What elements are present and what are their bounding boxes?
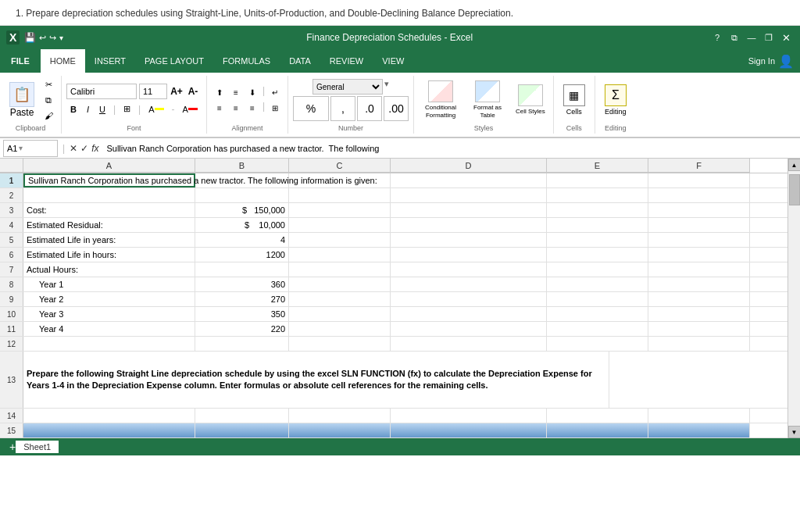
cell-styles-button[interactable]: Cell Styles [512, 83, 548, 117]
cut-button[interactable]: ✂ [41, 77, 56, 91]
tab-formulas[interactable]: FORMULAS [213, 49, 280, 73]
minimize-button[interactable]: — [744, 30, 759, 45]
confirm-icon[interactable]: ✓ [80, 143, 88, 154]
cells-button[interactable]: ▦ Cells [559, 83, 590, 117]
conditional-formatting-button[interactable]: Conditional Formatting [419, 79, 462, 120]
increase-decimal-button[interactable]: .0 [357, 96, 382, 121]
cell-d12[interactable] [391, 337, 547, 351]
cell-f3[interactable] [648, 203, 750, 217]
cell-b8[interactable]: 360 [195, 277, 289, 291]
cell-b15[interactable] [195, 423, 289, 437]
cell-d10[interactable] [391, 307, 547, 321]
top-align-button[interactable]: ⬆ [212, 85, 227, 99]
cell-c11[interactable] [289, 322, 391, 336]
cell-b2[interactable] [195, 188, 289, 202]
cell-e2[interactable] [547, 188, 648, 202]
col-header-c[interactable]: C [289, 159, 391, 173]
cell-c9[interactable] [289, 292, 391, 306]
cell-a13[interactable]: Prepare the following Straight Line depr… [23, 352, 609, 408]
cell-f9[interactable] [648, 292, 750, 306]
cell-d15[interactable] [391, 423, 547, 437]
cell-c6[interactable] [289, 248, 391, 262]
cell-a12[interactable] [23, 337, 195, 351]
cell-d9[interactable] [391, 292, 547, 306]
cell-b3[interactable]: $ 150,000 [195, 203, 289, 217]
tab-view[interactable]: VIEW [373, 49, 413, 73]
cell-d2[interactable] [391, 188, 547, 202]
cell-e7[interactable] [547, 262, 648, 277]
decrease-decimal-button[interactable]: .00 [384, 96, 409, 121]
cell-b12[interactable] [195, 337, 289, 351]
cell-e12[interactable] [547, 337, 648, 351]
cell-f5[interactable] [648, 233, 750, 247]
cell-e4[interactable] [547, 218, 648, 232]
cell-a14[interactable] [23, 409, 195, 423]
font-color-button[interactable]: A [179, 102, 202, 117]
cell-d3[interactable] [391, 203, 547, 217]
cell-d8[interactable] [391, 277, 547, 291]
right-align-button[interactable]: ≡ [245, 101, 260, 115]
cell-d1[interactable] [391, 173, 547, 187]
cell-e6[interactable] [547, 248, 648, 262]
tab-data[interactable]: DATA [280, 49, 320, 73]
cell-e9[interactable] [547, 292, 648, 306]
underline-button[interactable]: U [95, 102, 109, 117]
tab-review[interactable]: REVIEW [320, 49, 373, 73]
copy-button[interactable]: ⧉ [41, 93, 56, 107]
scroll-up-button[interactable]: ▲ [788, 159, 801, 171]
cell-a1[interactable]: Sullivan Ranch Corporation has purchased… [23, 173, 195, 187]
bottom-align-button[interactable]: ⬇ [245, 85, 260, 99]
col-header-e[interactable]: E [547, 159, 648, 173]
number-format-select[interactable]: General [312, 79, 383, 95]
cell-e11[interactable] [547, 322, 648, 336]
cell-b7[interactable] [195, 262, 289, 277]
cell-c8[interactable] [289, 277, 391, 291]
cell-f15[interactable] [648, 423, 750, 437]
cell-e15[interactable] [547, 423, 648, 437]
cell-b4[interactable]: $ 10,000 [195, 218, 289, 232]
tab-file[interactable]: FILE [0, 49, 41, 73]
center-align-button[interactable]: ≡ [228, 101, 244, 115]
tab-home[interactable]: HOME [41, 49, 85, 73]
col-header-d[interactable]: D [391, 159, 547, 173]
formula-input[interactable] [106, 144, 797, 153]
cancel-icon[interactable]: ✕ [70, 143, 77, 154]
thousand-sep-button[interactable]: , [330, 96, 355, 121]
cell-a4[interactable]: Estimated Residual: [23, 218, 195, 232]
font-name-input[interactable] [66, 84, 137, 99]
cell-f7[interactable] [648, 262, 750, 277]
sheet-tab-1[interactable]: Sheet1 [16, 441, 59, 453]
number-format-expand[interactable]: ▾ [384, 79, 389, 95]
cell-f4[interactable] [648, 218, 750, 232]
cell-c10[interactable] [289, 307, 391, 321]
help-button[interactable]: ? [709, 30, 725, 45]
cell-b14[interactable] [195, 409, 289, 423]
cell-e1[interactable] [547, 173, 648, 187]
format-as-table-button[interactable]: Format as Table [466, 79, 509, 120]
cell-c14[interactable] [289, 409, 391, 423]
cell-a7[interactable]: Actual Hours: [23, 262, 195, 277]
merge-center-button[interactable]: ⊞ [267, 101, 283, 115]
col-header-b[interactable]: B [195, 159, 289, 173]
cell-c15[interactable] [289, 423, 391, 437]
cell-f11[interactable] [648, 322, 750, 336]
cell-a9[interactable]: Year 2 [23, 292, 195, 306]
cell-a6[interactable]: Estimated Life in hours: [23, 248, 195, 262]
italic-button[interactable]: I [83, 102, 93, 117]
cell-f8[interactable] [648, 277, 750, 291]
percent-button[interactable]: % [293, 96, 329, 121]
font-size-input[interactable] [139, 84, 167, 99]
cell-c1[interactable] [289, 173, 391, 187]
cell-d6[interactable] [391, 248, 547, 262]
wrap-text-button[interactable]: ↵ [267, 85, 283, 99]
cell-a8[interactable]: Year 1 [23, 277, 195, 291]
cell-e3[interactable] [547, 203, 648, 217]
middle-align-button[interactable]: ≡ [228, 85, 244, 99]
cell-c7[interactable] [289, 262, 391, 277]
cell-c2[interactable] [289, 188, 391, 202]
border-button[interactable]: ⊞ [120, 102, 134, 117]
vertical-scrollbar[interactable]: ▲ ▼ [788, 159, 800, 438]
save-icon[interactable]: 💾 [24, 32, 36, 43]
cell-a5[interactable]: Estimated Life in years: [23, 233, 195, 247]
formula-bar-content[interactable] [106, 144, 797, 153]
